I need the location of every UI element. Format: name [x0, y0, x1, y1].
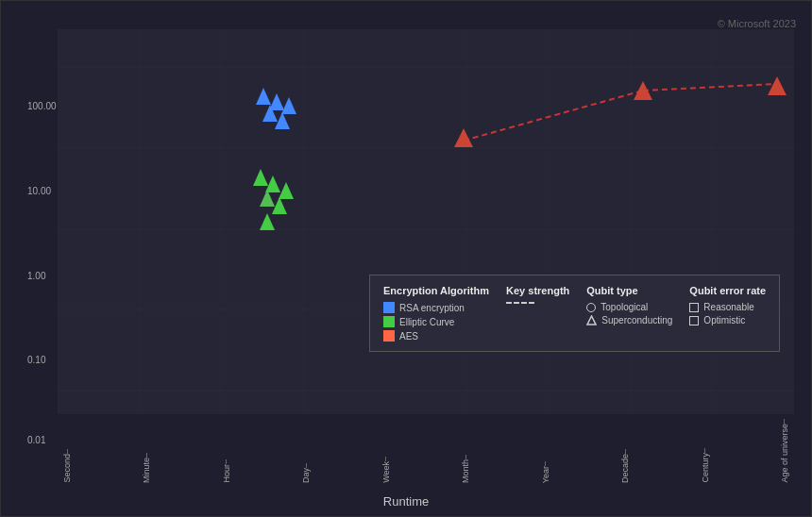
- x-tick-week: Week: [381, 461, 391, 483]
- x-tick-second: Second: [62, 454, 72, 483]
- chart-container: © Microsoft 2023 Physical qubits (millio…: [0, 0, 812, 517]
- x-tick-minute: Minute: [142, 458, 151, 483]
- y-tick-100: 100.00: [27, 101, 57, 111]
- elliptic-color-icon: [383, 316, 395, 327]
- svg-rect-0: [58, 29, 794, 414]
- legend-keystrength-item: [506, 302, 569, 304]
- rsa-color-icon: [383, 302, 395, 313]
- x-axis-label: Runtime: [383, 494, 429, 509]
- x-tick-century: Century: [701, 453, 710, 483]
- legend-aes: AES: [383, 330, 489, 342]
- legend-box: Encryption Algorithm RSA encryption Elli…: [369, 275, 780, 352]
- legend-topological-label: Topological: [601, 302, 648, 312]
- chart-svg: 100.00 10.00 1.00 0.10 0.01: [58, 29, 794, 414]
- x-tick-year: Year: [541, 466, 550, 483]
- legend-optimistic: Optimistic: [689, 315, 766, 325]
- superconducting-triangle-icon: [586, 315, 597, 325]
- y-tick-01: 0.10: [27, 355, 45, 365]
- legend-errorrate-header: Qubit error rate: [689, 285, 766, 296]
- x-tick-decade: Decade: [620, 454, 630, 483]
- reasonable-square-icon: [689, 303, 699, 312]
- optimistic-square-icon: [689, 316, 699, 325]
- legend-reasonable: Reasonable: [689, 302, 766, 312]
- x-tick-day: Day: [301, 468, 311, 483]
- legend-topological: Topological: [586, 302, 672, 312]
- y-tick-1: 1.00: [27, 270, 45, 280]
- legend-optimistic-label: Optimistic: [703, 315, 745, 325]
- x-tick-month: Month: [461, 459, 470, 483]
- legend-rsa: RSA encryption: [383, 302, 489, 313]
- topological-circle-icon: [586, 303, 596, 312]
- y-tick-10: 10.00: [27, 185, 51, 195]
- legend-keystrength-header: Key strength: [506, 285, 569, 296]
- legend-elliptic-label: Elliptic Curve: [399, 317, 454, 327]
- aes-color-icon: [383, 330, 395, 342]
- legend-rsa-label: RSA encryption: [399, 303, 465, 313]
- x-tick-age: Age of universe: [780, 424, 789, 483]
- legend-qubittype-header: Qubit type: [586, 285, 672, 296]
- svg-marker-37: [587, 316, 596, 325]
- y-tick-001: 0.01: [27, 435, 45, 445]
- legend-encryption-header: Encryption Algorithm: [383, 285, 489, 296]
- x-tick-hour: Hour: [222, 464, 231, 483]
- dashed-line-icon: [506, 302, 534, 304]
- legend-elliptic: Elliptic Curve: [383, 316, 489, 327]
- x-ticks-container: Second Minute Hour Day Week Month Year: [58, 419, 794, 483]
- legend-aes-label: AES: [399, 331, 418, 342]
- legend-superconducting-label: Superconducting: [601, 315, 672, 325]
- legend-reasonable-label: Reasonable: [703, 302, 753, 312]
- legend-superconducting: Superconducting: [586, 315, 672, 325]
- watermark: © Microsoft 2023: [718, 18, 796, 29]
